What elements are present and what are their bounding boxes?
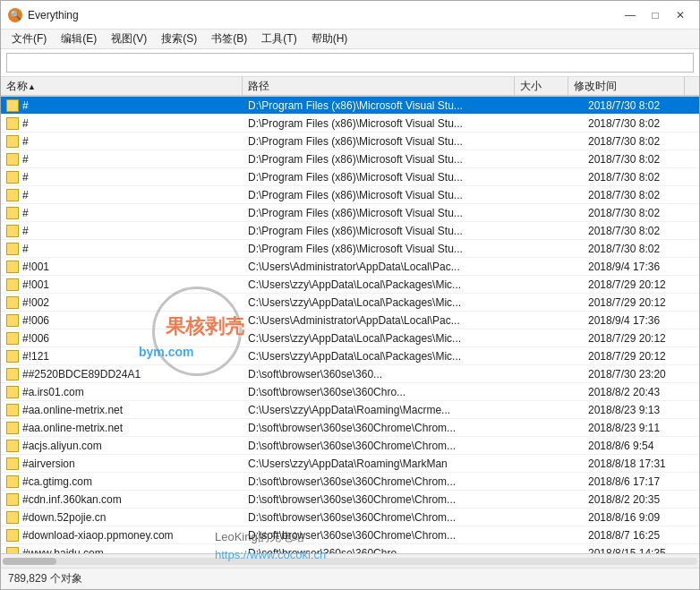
file-name-text: #airversion (22, 457, 75, 470)
file-modified-cell: 2018/7/29 20:12 (583, 347, 699, 364)
file-modified-cell: 2018/7/30 8:02 (583, 150, 699, 167)
table-row[interactable]: #!001C:\Users\Administrator\AppData\Loca… (1, 258, 699, 276)
file-name-cell: # (1, 168, 243, 185)
file-icon (6, 529, 19, 542)
table-row[interactable]: #D:\Program Files (x86)\Microsoft Visual… (1, 240, 699, 258)
file-path-cell: D:\Program Files (x86)\Microsoft Visual … (243, 204, 529, 221)
table-row[interactable]: #download-xiaop.ppmoney.comD:\soft\brows… (1, 526, 699, 544)
file-icon (6, 386, 19, 398)
file-modified-cell: 2018/8/23 9:13 (583, 401, 699, 418)
file-size-cell (529, 491, 583, 508)
table-row[interactable]: #a.irs01.comD:\soft\browser\360se\360Chr… (1, 383, 699, 401)
menu-view[interactable]: 视图(V) (104, 30, 154, 48)
table-row[interactable]: #!002C:\Users\zzy\AppData\Local\Packages… (1, 294, 699, 312)
menu-edit[interactable]: 编辑(E) (54, 30, 104, 48)
file-path-cell: D:\soft\browser\360se\360Chrome\Chrom... (243, 491, 529, 508)
file-path-cell: C:\Users\zzy\AppData\Roaming\Macrme... (243, 401, 529, 418)
file-size-cell (529, 526, 583, 543)
file-icon (6, 350, 19, 363)
hscroll-thumb[interactable] (3, 558, 56, 565)
file-name-text: #!001 (22, 278, 49, 291)
file-modified-cell: 2018/8/2 20:35 (583, 491, 699, 508)
table-row[interactable]: #www.baidu.comD:\soft\browser\360se\360C… (1, 544, 699, 553)
hscroll-track[interactable] (3, 558, 697, 565)
file-path-cell: C:\Users\zzy\AppData\Roaming\MarkMan (243, 455, 529, 472)
file-modified-cell: 2018/8/16 9:09 (583, 509, 699, 526)
maximize-button[interactable]: □ (644, 6, 667, 24)
menu-search[interactable]: 搜索(S) (154, 30, 204, 48)
table-row[interactable]: #D:\Program Files (x86)\Microsoft Visual… (1, 97, 699, 115)
table-row[interactable]: #!006C:\Users\Administrator\AppData\Loca… (1, 312, 699, 329)
table-row[interactable]: #acjs.aliyun.comD:\soft\browser\360se\36… (1, 437, 699, 455)
table-row[interactable]: #D:\Program Files (x86)\Microsoft Visual… (1, 115, 699, 133)
file-name-cell: #cdn.inf.360kan.com (1, 491, 243, 508)
file-name-cell: # (1, 133, 243, 150)
table-row[interactable]: #D:\Program Files (x86)\Microsoft Visual… (1, 168, 699, 186)
table-row[interactable]: #aa.online-metrix.netD:\soft\browser\360… (1, 419, 699, 437)
file-name-text: # (22, 189, 29, 201)
table-row[interactable]: #D:\Program Files (x86)\Microsoft Visual… (1, 222, 699, 240)
table-row[interactable]: ##2520BDCE89DD24A1D:\soft\browser\360se\… (1, 365, 699, 383)
file-path-cell: C:\Users\zzy\AppData\Local\Packages\Mic.… (243, 276, 529, 293)
table-row[interactable]: #D:\Program Files (x86)\Microsoft Visual… (1, 186, 699, 204)
title-bar: 🔍 Everything — □ ✕ (1, 1, 699, 30)
file-name-text: ##2520BDCE89DD24A1 (22, 368, 141, 381)
table-row[interactable]: #!001C:\Users\zzy\AppData\Local\Packages… (1, 276, 699, 294)
file-size-cell (529, 401, 583, 418)
object-count: 789,829 个对象 (8, 571, 82, 586)
table-row[interactable]: #ca.gtimg.comD:\soft\browser\360se\360Ch… (1, 473, 699, 491)
file-icon (6, 547, 19, 554)
menu-help[interactable]: 帮助(H) (304, 30, 355, 48)
file-size-cell (529, 168, 583, 185)
table-row[interactable]: #cdn.inf.360kan.comD:\soft\browser\360se… (1, 491, 699, 509)
file-name-cell: #!006 (1, 329, 243, 346)
close-button[interactable]: ✕ (669, 6, 692, 24)
header-name[interactable]: 名称 (1, 77, 243, 96)
file-modified-cell: 2018/7/30 8:02 (583, 168, 699, 185)
file-path-cell: D:\Program Files (x86)\Microsoft Visual … (243, 133, 529, 150)
file-list[interactable]: #D:\Program Files (x86)\Microsoft Visual… (1, 97, 699, 553)
file-name-text: #down.52pojie.cn (22, 511, 106, 524)
file-path-cell: D:\Program Files (x86)\Microsoft Visual … (243, 222, 529, 239)
table-row[interactable]: #down.52pojie.cnD:\soft\browser\360se\36… (1, 509, 699, 526)
menu-file[interactable]: 文件(F) (4, 30, 54, 48)
list-header-row: 名称 路径 大小 修改时间 (1, 77, 699, 97)
file-name-cell: # (1, 150, 243, 167)
table-row[interactable]: #!121C:\Users\zzy\AppData\Local\Packages… (1, 347, 699, 365)
file-path-cell: C:\Users\Administrator\AppData\Local\Pac… (243, 258, 529, 275)
file-modified-cell: 2018/8/23 9:11 (583, 419, 699, 436)
file-icon (6, 189, 19, 201)
search-input[interactable] (6, 53, 694, 73)
file-size-cell (529, 186, 583, 203)
table-row[interactable]: #D:\Program Files (x86)\Microsoft Visual… (1, 204, 699, 222)
window-controls: — □ ✕ (619, 6, 692, 24)
file-path-cell: D:\soft\browser\360se\360... (243, 365, 529, 382)
header-modified[interactable]: 修改时间 (568, 77, 685, 96)
file-name-text: #!002 (22, 296, 49, 309)
table-row[interactable]: #D:\Program Files (x86)\Microsoft Visual… (1, 133, 699, 150)
menu-tools[interactable]: 工具(T) (254, 30, 303, 48)
table-row[interactable]: #aa.online-metrix.netC:\Users\zzy\AppDat… (1, 401, 699, 419)
file-path-cell: D:\Program Files (x86)\Microsoft Visual … (243, 97, 529, 114)
file-name-cell: #aa.online-metrix.net (1, 419, 243, 436)
file-path-cell: D:\Program Files (x86)\Microsoft Visual … (243, 115, 529, 132)
header-path[interactable]: 路径 (243, 77, 515, 96)
table-row[interactable]: #airversionC:\Users\zzy\AppData\Roaming\… (1, 455, 699, 473)
table-row[interactable]: #!006C:\Users\zzy\AppData\Local\Packages… (1, 329, 699, 347)
horizontal-scrollbar[interactable] (1, 553, 699, 568)
file-name-cell: # (1, 186, 243, 203)
file-name-cell: #!002 (1, 294, 243, 311)
file-modified-cell: 2018/7/30 8:02 (583, 133, 699, 150)
header-size[interactable]: 大小 (515, 77, 568, 96)
table-row[interactable]: #D:\Program Files (x86)\Microsoft Visual… (1, 150, 699, 168)
file-modified-cell: 2018/8/7 16:25 (583, 526, 699, 543)
file-size-cell (529, 312, 583, 329)
file-name-cell: # (1, 204, 243, 221)
file-name-cell: #down.52pojie.cn (1, 509, 243, 526)
menu-bookmarks[interactable]: 书签(B) (204, 30, 254, 48)
file-icon (6, 440, 19, 452)
minimize-button[interactable]: — (619, 6, 642, 24)
file-name-text: #!006 (22, 314, 49, 327)
file-icon (6, 135, 19, 148)
file-icon (6, 493, 19, 506)
